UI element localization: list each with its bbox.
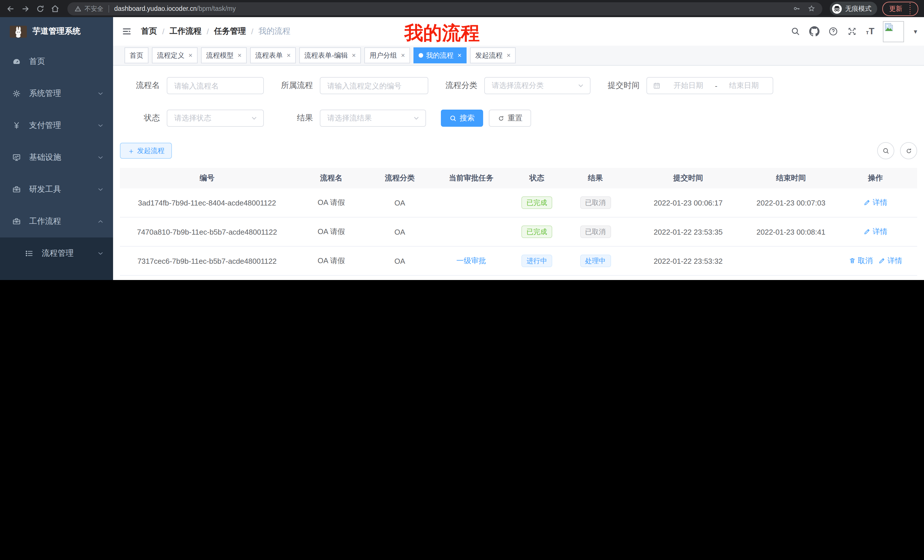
chevron-down-icon [97, 90, 104, 97]
task-link[interactable]: 一级审批 [456, 256, 486, 266]
app-logo-row[interactable]: 芋道管理系统 [0, 17, 113, 46]
reload-icon[interactable] [35, 4, 45, 13]
chevron-down-icon [97, 122, 104, 129]
cell-task [431, 217, 511, 246]
sidebar-item-home[interactable]: 首页 [0, 46, 113, 78]
sidebar-menu: 首页系统管理支付管理基础设施研发工具工作流程流程管理任务管理我的流程待办任务已办… [0, 46, 113, 280]
close-icon[interactable]: × [285, 52, 291, 59]
date-separator: - [711, 81, 721, 90]
chevron-down-icon [578, 82, 584, 89]
op-label: 详情 [888, 256, 902, 266]
search-button[interactable]: 搜索 [441, 109, 483, 127]
detail-link[interactable]: 详情 [864, 227, 888, 237]
filter-name-input[interactable] [167, 77, 264, 94]
cell-status: 已完成 [511, 276, 562, 280]
breadcrumb-item[interactable]: 首页 [141, 26, 157, 36]
monitor-icon [12, 153, 21, 162]
close-icon[interactable]: × [456, 52, 461, 59]
filter-result: 结果 请选择流结果 [279, 109, 426, 127]
sidebar-item-payment[interactable]: 支付管理 [0, 109, 113, 142]
chevron-down-icon [413, 115, 420, 121]
incognito-badge: 无痕模式 [830, 2, 877, 15]
close-icon[interactable]: × [400, 52, 405, 59]
close-icon[interactable]: × [351, 52, 356, 59]
sidebar-item-label: 首页 [29, 57, 104, 67]
op-label: 取消 [858, 256, 873, 266]
close-icon[interactable]: × [188, 52, 192, 59]
column-header-end: 结束时间 [748, 168, 834, 189]
breadcrumb: 首页/工作流程/任务管理/我的流程 [141, 26, 290, 36]
detail-link[interactable]: 详情 [864, 198, 888, 208]
sidebar-item-process-mgmt[interactable]: 流程管理 [0, 238, 113, 270]
back-icon[interactable] [6, 4, 15, 13]
update-button[interactable]: 更新 ⋮⋮ [882, 1, 918, 16]
reset-button[interactable]: 重置 [489, 109, 531, 127]
breadcrumb-separator: / [207, 27, 209, 36]
filter-status-select[interactable]: 请选择状态 [167, 109, 264, 127]
filter-status-label: 状态 [120, 113, 160, 123]
search-icon [882, 147, 890, 154]
column-header-category: 流程分类 [368, 168, 431, 189]
tab-流程模型[interactable]: 流程模型× [201, 47, 247, 63]
search-icon[interactable] [790, 26, 801, 36]
security-label: 不安全 [84, 4, 104, 13]
filter-process-input[interactable] [320, 77, 428, 94]
filter-result-select[interactable]: 请选择流结果 [320, 109, 426, 127]
refresh-table-button[interactable] [900, 142, 917, 159]
close-icon[interactable]: × [236, 52, 242, 59]
close-icon[interactable]: × [506, 52, 510, 59]
bookmark-star-icon[interactable] [807, 4, 816, 13]
breadcrumb-item[interactable]: 工作流程 [170, 26, 202, 36]
detail-link[interactable]: 详情 [878, 256, 902, 266]
tab-流程表单[interactable]: 流程表单× [250, 47, 296, 63]
date-end-placeholder: 结束日期 [721, 81, 767, 91]
tab-我的流程[interactable]: 我的流程× [414, 47, 466, 63]
home-icon[interactable] [50, 4, 60, 13]
tab-用户分组[interactable]: 用户分组× [364, 47, 410, 63]
search-icon [449, 114, 457, 122]
sidebar-item-dev-tools[interactable]: 研发工具 [0, 174, 113, 205]
column-header-task: 当前审批任务 [431, 168, 511, 189]
help-icon[interactable] [828, 26, 838, 36]
browser-menu-icon[interactable]: ⋮⋮ [907, 2, 913, 15]
fullscreen-icon[interactable] [847, 26, 858, 36]
table-row: 7317cec6-7b9b-11ec-b5b7-acde48001122OA 请… [120, 246, 917, 276]
tab-label: 流程表单-编辑 [304, 51, 348, 60]
op-label: 详情 [873, 198, 888, 208]
chevron-down-icon [97, 250, 104, 257]
filter-result-label: 结果 [279, 113, 313, 123]
plus-icon: ＋ [128, 147, 135, 154]
tab-发起流程[interactable]: 发起流程× [470, 47, 516, 63]
tab-label: 我的流程 [426, 51, 453, 60]
delete-icon [849, 257, 856, 265]
filter-category-label: 流程分类 [443, 81, 477, 91]
filter-date-range[interactable]: 开始日期 - 结束日期 [646, 77, 773, 94]
sidebar-item-system[interactable]: 系统管理 [0, 78, 113, 109]
sidebar-item-infra[interactable]: 基础设施 [0, 142, 113, 174]
forward-icon[interactable] [21, 4, 30, 13]
create-process-button[interactable]: ＋ 发起流程 [120, 143, 172, 159]
cell-start-time: 2022-01-22 23:51:15 [628, 276, 748, 280]
sidebar-item-workflow[interactable]: 工作流程 [0, 205, 113, 238]
font-size-icon[interactable]: тT [866, 27, 874, 36]
key-icon[interactable] [793, 4, 801, 13]
app-logo-icon [10, 25, 27, 37]
github-icon[interactable] [810, 26, 820, 36]
address-bar[interactable]: 不安全 dashboard.yudao.iocoder.cn/bpm/task/… [68, 2, 822, 15]
active-tab-dot-icon [418, 53, 423, 58]
breadcrumb-item[interactable]: 任务管理 [214, 26, 246, 36]
cancel-link[interactable]: 取消 [849, 256, 873, 266]
sidebar-item-task-mgmt[interactable]: 任务管理 [0, 270, 113, 280]
tab-流程表单-编辑[interactable]: 流程表单-编辑× [299, 47, 361, 63]
navbar-actions: тT ▼ [790, 21, 924, 42]
yen-icon [12, 121, 21, 130]
chevron-down-icon [251, 115, 258, 121]
hamburger-icon[interactable] [122, 27, 132, 36]
caret-down-icon[interactable]: ▼ [913, 28, 918, 34]
filter-category-select[interactable]: 请选择流程分类 [484, 77, 591, 94]
toggle-search-button[interactable] [877, 142, 894, 159]
tab-流程定义[interactable]: 流程定义× [152, 47, 198, 63]
avatar[interactable] [883, 21, 904, 42]
tab-首页[interactable]: 首页 [124, 47, 148, 63]
sidebar-item-label: 工作流程 [29, 216, 97, 227]
